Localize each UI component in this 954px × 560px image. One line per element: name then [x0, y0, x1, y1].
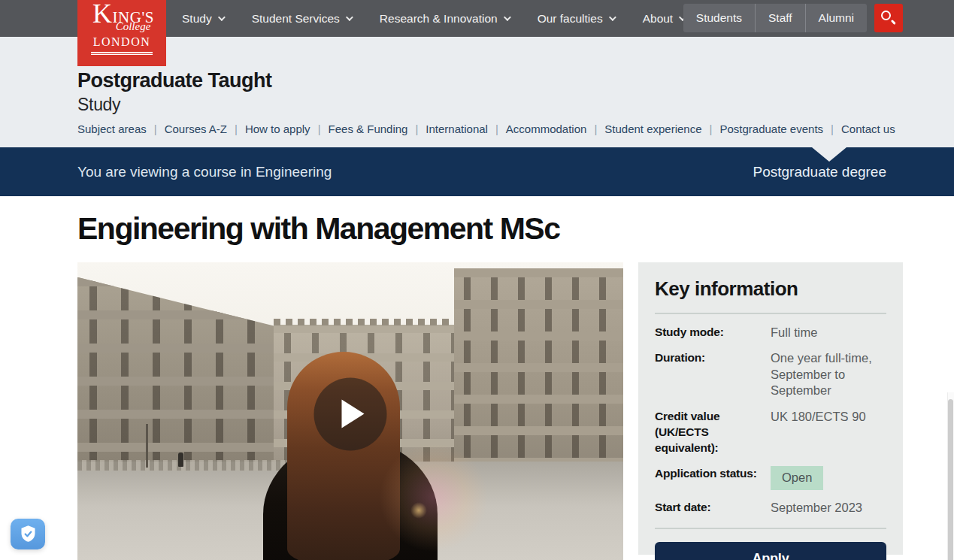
logo-rule: [91, 52, 153, 55]
lens-flare-dot: [410, 502, 427, 519]
row-label: Application status:: [655, 466, 769, 482]
subnav-how-to-apply[interactable]: How to apply: [245, 123, 310, 135]
audience-link-alumni[interactable]: Alumni: [805, 4, 867, 32]
primary-nav: Study Student Services Research & Innova…: [182, 12, 684, 26]
course-context-banner: You are viewing a course in Engineering …: [0, 147, 954, 196]
row-value: UK 180/ECTS 90: [771, 409, 886, 425]
chevron-down-icon: [504, 14, 511, 21]
row-label: Duration:: [655, 350, 769, 366]
separator: |: [407, 123, 426, 135]
divider: [655, 528, 886, 529]
nav-item-about[interactable]: About: [643, 12, 685, 26]
separator: |: [823, 123, 841, 135]
key-info-row-start-date: Start date: September 2023: [655, 500, 886, 516]
audience-link-staff[interactable]: Staff: [755, 4, 805, 32]
key-info-row-study-mode: Study mode: Full time: [655, 325, 886, 341]
row-label: Credit value (UK/ECTS equivalent):: [655, 409, 769, 456]
distant-person: [178, 453, 183, 467]
section-title: Postgraduate Taught: [77, 37, 954, 92]
scrollbar-track[interactable]: [947, 392, 954, 560]
page-title: Engineering with Management MSc: [77, 211, 559, 247]
subnav-courses-az[interactable]: Courses A-Z: [165, 123, 227, 135]
nav-item-research-innovation[interactable]: Research & Innovation: [380, 12, 509, 26]
apply-button[interactable]: Apply: [655, 542, 886, 560]
separator: |: [227, 123, 245, 135]
key-info-row-credit-value: Credit value (UK/ECTS equivalent): UK 18…: [655, 409, 886, 456]
secondary-nav: Subject areas| Courses A-Z| How to apply…: [77, 123, 954, 135]
nav-label: Student Services: [252, 12, 340, 26]
key-info-heading: Key information: [655, 277, 886, 301]
banner-context-text: You are viewing a course in Engineering: [77, 164, 332, 180]
nav-label: Study: [182, 12, 212, 26]
chevron-down-icon: [609, 14, 616, 21]
subnav-accommodation[interactable]: Accommodation: [506, 123, 587, 135]
banner-notch-pointer: [812, 147, 846, 162]
play-icon: [342, 399, 365, 428]
row-label: Study mode:: [655, 325, 769, 341]
privacy-shield-icon: [18, 524, 38, 544]
subnav-fees-funding[interactable]: Fees & Funding: [329, 123, 408, 135]
divider: [655, 313, 886, 314]
chevron-down-icon: [346, 14, 353, 21]
chevron-down-icon: [218, 14, 226, 21]
key-info-rows: Study mode: Full time Duration: One year…: [655, 325, 886, 516]
row-label: Start date:: [655, 500, 769, 516]
separator: |: [310, 123, 329, 135]
row-value: One year full-time, September to Septemb…: [771, 350, 886, 398]
kcl-logo[interactable]: KING'S College LONDON: [77, 0, 166, 66]
separator: |: [702, 123, 720, 135]
key-info-row-duration: Duration: One year full-time, September …: [655, 350, 886, 398]
row-value: Open: [771, 466, 886, 490]
nav-item-student-services[interactable]: Student Services: [252, 12, 351, 26]
privacy-consent-button[interactable]: [11, 519, 45, 549]
logo-london: LONDON: [77, 35, 166, 49]
section-subtitle: Study: [77, 95, 954, 115]
nav-label: About: [643, 12, 674, 26]
subnav-student-experience[interactable]: Student experience: [604, 123, 701, 135]
main-content: Engineering with Management MSc Key info…: [0, 196, 954, 560]
nav-label: Research & Innovation: [380, 12, 498, 26]
separator: |: [147, 123, 165, 135]
subnav-international[interactable]: International: [426, 123, 488, 135]
row-value: September 2023: [771, 500, 886, 516]
separator: |: [586, 123, 604, 135]
subnav-contact-us[interactable]: Contact us: [841, 123, 895, 135]
top-utility-bar: KING'S College LONDON Study Student Serv…: [0, 0, 954, 37]
course-video-player[interactable]: [77, 262, 623, 560]
courtyard-balustrade: [77, 460, 295, 471]
separator: |: [488, 123, 506, 135]
row-value: Full time: [771, 325, 886, 341]
building-balustrade-roof: [274, 319, 470, 325]
key-information-panel: Key information Study mode: Full time Du…: [638, 262, 903, 555]
lens-flare: [377, 441, 490, 554]
status-badge-open: Open: [771, 466, 823, 490]
key-info-row-application-status: Application status: Open: [655, 466, 886, 490]
building-left-wing: [77, 277, 301, 462]
audience-links: Students Staff Alumni: [683, 4, 867, 32]
nav-item-our-faculties[interactable]: Our faculties: [538, 12, 614, 26]
subnav-subject-areas[interactable]: Subject areas: [77, 123, 147, 135]
building-right-wing: [454, 268, 623, 471]
nav-label: Our faculties: [538, 12, 603, 26]
search-icon: [881, 11, 891, 20]
nav-item-study[interactable]: Study: [182, 12, 223, 26]
play-button[interactable]: [314, 377, 387, 450]
lamp-post: [146, 424, 148, 468]
audience-link-students[interactable]: Students: [683, 4, 755, 32]
search-button[interactable]: [874, 4, 903, 32]
banner-degree-type: Postgraduate degree: [753, 164, 886, 180]
scrollbar-thumb[interactable]: [948, 399, 953, 560]
subnav-postgraduate-events[interactable]: Postgraduate events: [719, 123, 823, 135]
